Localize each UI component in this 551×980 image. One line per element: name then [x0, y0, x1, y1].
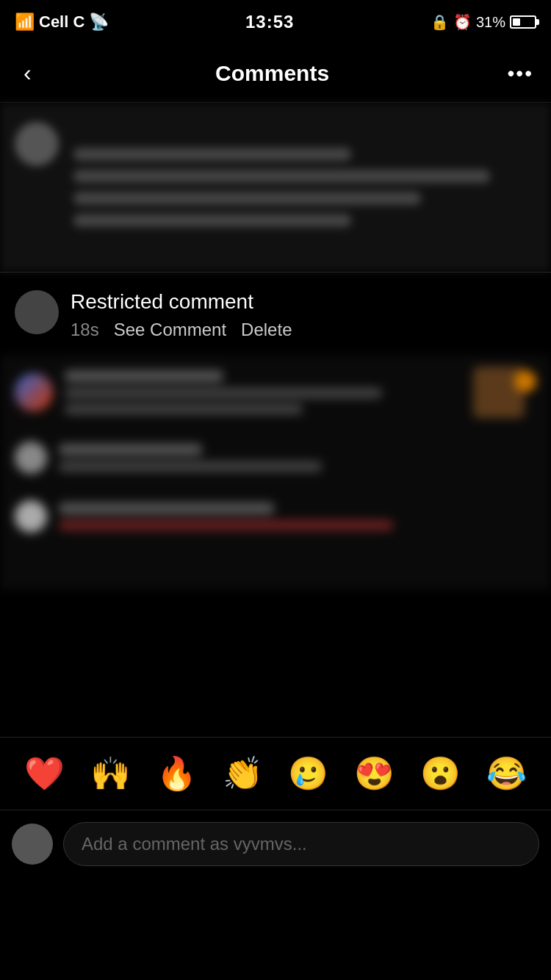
- blurred-comments-lower: [0, 355, 551, 590]
- blurred-comment-row: [0, 355, 551, 430]
- reaction-heart-eyes[interactable]: 😍: [354, 754, 395, 793]
- blurred-msg: [65, 404, 303, 414]
- alarm-icon: ⏰: [453, 13, 472, 31]
- blurred-line: [73, 170, 490, 183]
- reaction-bar: ❤️ 🙌 🔥 👏 🥲 😍 😮 😂: [0, 737, 551, 810]
- blurred-comment-row: [0, 489, 551, 544]
- battery-icon: [510, 15, 536, 29]
- reaction-fire[interactable]: 🔥: [156, 754, 197, 793]
- blurred-line: [73, 214, 351, 227]
- blurred-comment-top: [0, 103, 551, 272]
- empty-space: [0, 590, 551, 737]
- blurred-line: [73, 148, 351, 161]
- status-left: 📶 Cell C 📡: [15, 12, 109, 32]
- status-bar: 📶 Cell C 📡 13:53 🔒 ⏰ 31%: [0, 0, 551, 44]
- blurred-content: [65, 370, 461, 414]
- see-comment-button[interactable]: See Comment: [114, 320, 226, 340]
- clock: 13:53: [245, 12, 294, 32]
- blurred-thumbnail: [514, 370, 536, 392]
- restricted-actions: 18s See Comment Delete: [71, 320, 536, 340]
- avatar: [15, 442, 47, 474]
- comment-input-field[interactable]: Add a comment as vyvmvs...: [63, 822, 539, 866]
- blurred-content: [59, 502, 536, 530]
- page-title: Comments: [215, 61, 329, 86]
- more-options-button[interactable]: •••: [508, 62, 533, 85]
- reaction-laugh[interactable]: 😂: [486, 754, 527, 793]
- wifi-icon: 📡: [89, 12, 109, 32]
- header: ‹ Comments •••: [0, 44, 551, 103]
- avatar: [15, 373, 53, 411]
- blurred-comment-row: [0, 430, 551, 486]
- battery-percent: 31%: [476, 14, 505, 31]
- blurred-name: [59, 444, 202, 455]
- reaction-raised-hands[interactable]: 🙌: [90, 754, 131, 793]
- restricted-comment-row: Restricted comment 18s See Comment Delet…: [0, 273, 551, 355]
- restricted-comment-label: Restricted comment: [71, 290, 536, 314]
- restricted-content: Restricted comment 18s See Comment Delet…: [71, 290, 536, 340]
- reaction-cry[interactable]: 🥲: [288, 754, 328, 793]
- blurred-line: [73, 192, 421, 205]
- signal-icon: 📶: [15, 12, 35, 32]
- back-button[interactable]: ‹: [18, 54, 37, 93]
- comment-input-row: Add a comment as vyvmvs...: [0, 810, 551, 878]
- blurred-msg: [59, 461, 322, 472]
- lock-icon: 🔒: [431, 13, 449, 31]
- status-right: 🔒 ⏰ 31%: [431, 13, 536, 31]
- bottom-safe-area: [0, 878, 551, 893]
- blurred-name: [59, 502, 274, 514]
- avatar: [15, 122, 59, 166]
- delete-comment-button[interactable]: Delete: [241, 320, 292, 340]
- avatar: [15, 290, 59, 334]
- blurred-msg: [65, 388, 382, 398]
- blurred-text: [73, 148, 536, 227]
- blurred-msg: [59, 520, 393, 530]
- avatar: [15, 500, 47, 533]
- reaction-heart[interactable]: ❤️: [24, 754, 65, 793]
- carrier-label: Cell C: [39, 12, 84, 32]
- comments-content: Restricted comment 18s See Comment Delet…: [0, 103, 551, 737]
- blurred-name: [65, 370, 223, 382]
- comment-timestamp: 18s: [71, 320, 99, 340]
- blurred-content: [59, 444, 536, 472]
- user-avatar: [12, 824, 53, 865]
- reaction-surprised[interactable]: 😮: [420, 754, 461, 793]
- comment-placeholder: Add a comment as vyvmvs...: [82, 834, 307, 854]
- reaction-clap[interactable]: 👏: [223, 754, 263, 793]
